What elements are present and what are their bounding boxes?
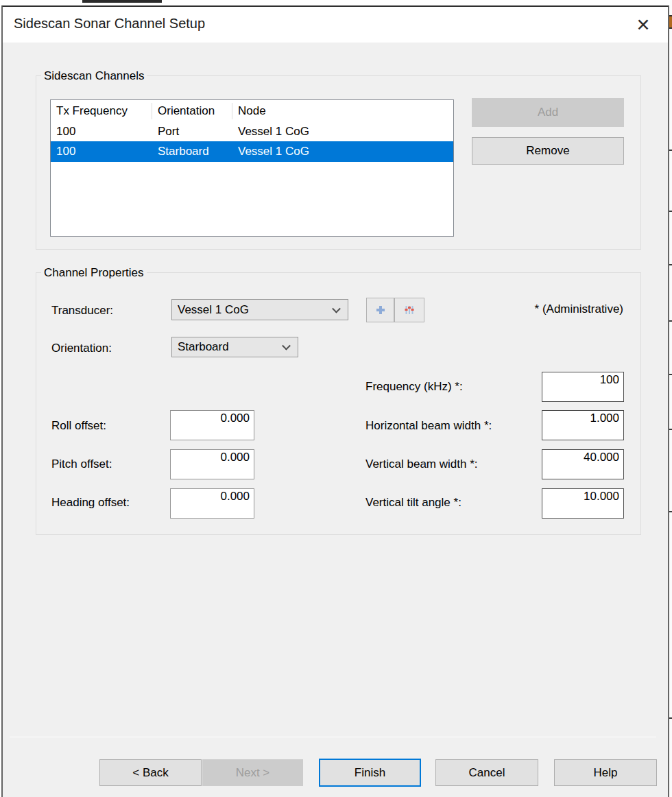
column-header-node[interactable]: Node <box>232 103 453 119</box>
background-tick <box>669 511 672 512</box>
sliders-icon <box>404 305 415 316</box>
next-button[interactable]: Next > <box>202 759 303 786</box>
transducer-value: Vessel 1 CoG <box>178 303 249 317</box>
background-tick <box>669 320 672 322</box>
table-row-selected[interactable]: 100 Starboard Vessel 1 CoG <box>51 141 453 162</box>
cell-orientation: Starboard <box>152 145 232 158</box>
column-header-tx-frequency[interactable]: Tx Frequency <box>51 103 152 119</box>
finish-button[interactable]: Finish <box>319 759 421 787</box>
orientation-dropdown[interactable]: Starboard <box>171 337 298 357</box>
channel-properties-group-title: Channel Properties <box>41 266 147 280</box>
vertical-tilt-angle-label: Vertical tilt angle *: <box>365 496 461 510</box>
cell-node: Vessel 1 CoG <box>232 125 453 139</box>
heading-offset-label: Heading offset: <box>51 496 130 510</box>
pitch-offset-input[interactable]: 0.000 <box>170 449 254 479</box>
channels-table-header: Tx Frequency Orientation Node <box>51 100 453 121</box>
channel-properties-group: Channel Properties Transducer: Vessel 1 … <box>36 272 641 535</box>
node-settings-button[interactable] <box>394 298 424 322</box>
cell-tx-frequency: 100 <box>51 145 152 158</box>
close-button[interactable]: ✕ <box>628 11 658 38</box>
cell-node: Vessel 1 CoG <box>232 145 453 158</box>
administrative-note: * (Administrative) <box>483 302 623 316</box>
help-button[interactable]: Help <box>554 759 657 786</box>
horizontal-beam-width-input[interactable]: 1.000 <box>542 410 624 440</box>
footer-divider <box>10 737 656 737</box>
sidescan-channels-group-title: Sidescan Channels <box>41 69 147 83</box>
background-tick <box>669 717 672 719</box>
column-header-orientation[interactable]: Orientation <box>152 103 232 119</box>
background-tick <box>669 374 672 375</box>
sidescan-channels-group: Sidescan Channels Tx Frequency Orientati… <box>36 75 641 250</box>
background-tick <box>669 264 672 265</box>
cell-orientation: Port <box>152 125 232 139</box>
cell-tx-frequency: 100 <box>51 125 152 139</box>
add-node-button[interactable] <box>366 298 394 322</box>
sidescan-sonar-channel-setup-dialog: Sidescan Sonar Channel Setup ✕ Sidescan … <box>1 5 669 797</box>
vertical-beam-width-input[interactable]: 40.000 <box>542 449 624 479</box>
orientation-label: Orientation: <box>51 342 112 355</box>
table-row[interactable]: 100 Port Vessel 1 CoG <box>51 121 453 141</box>
vertical-beam-width-label: Vertical beam width *: <box>365 457 477 471</box>
background-tick <box>669 150 672 151</box>
heading-offset-input[interactable]: 0.000 <box>170 488 254 519</box>
dialog-title: Sidescan Sonar Channel Setup <box>14 16 205 32</box>
chevron-down-icon <box>332 304 341 313</box>
frequency-label: Frequency (kHz) *: <box>365 380 463 394</box>
back-button[interactable]: < Back <box>99 759 202 786</box>
chevron-down-icon <box>282 342 291 350</box>
horizontal-beam-width-label: Horizontal beam width *: <box>365 419 492 433</box>
roll-offset-label: Roll offset: <box>51 419 106 433</box>
background-tick <box>669 429 672 430</box>
remove-button[interactable]: Remove <box>472 137 624 165</box>
pitch-offset-label: Pitch offset: <box>51 457 112 471</box>
vertical-tilt-angle-input[interactable]: 10.000 <box>542 488 624 519</box>
transducer-label: Transducer: <box>51 304 113 318</box>
background-tick <box>669 211 672 212</box>
plus-icon <box>376 305 385 315</box>
frequency-input[interactable]: 100 <box>542 372 624 402</box>
background-window-fragment <box>669 15 672 29</box>
channels-table[interactable]: Tx Frequency Orientation Node 100 Port V… <box>50 99 454 237</box>
close-icon: ✕ <box>636 15 651 35</box>
background-window-fragment <box>82 0 162 3</box>
add-button[interactable]: Add <box>472 98 624 127</box>
roll-offset-input[interactable]: 0.000 <box>170 410 254 440</box>
orientation-value: Starboard <box>178 340 229 354</box>
cancel-button[interactable]: Cancel <box>435 759 538 786</box>
transducer-dropdown[interactable]: Vessel 1 CoG <box>171 299 348 320</box>
title-bar: Sidescan Sonar Channel Setup ✕ <box>3 7 668 43</box>
